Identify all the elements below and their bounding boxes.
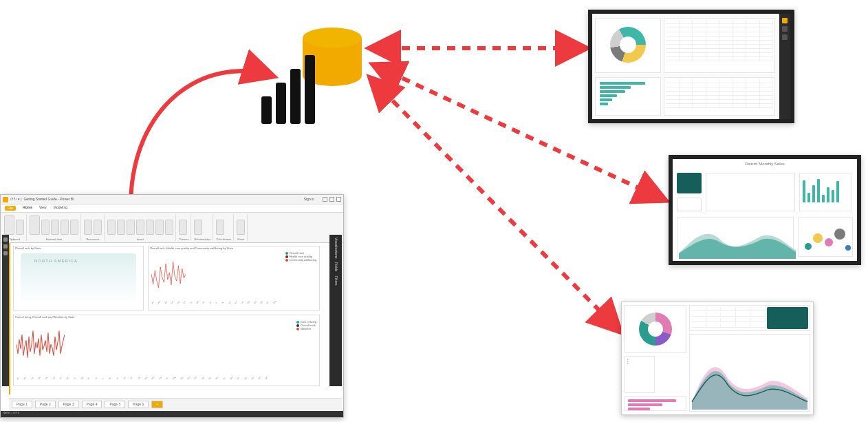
page-tab[interactable]: Page 5 <box>105 401 125 408</box>
report-dashboard-2: District Monthly Sales <box>669 155 861 265</box>
page-tabs: Page 1 Page 2 Page 3 Page 4 Page 5 Page … <box>9 398 342 410</box>
svg-point-4 <box>813 233 823 243</box>
report-title: District Monthly Sales <box>673 162 857 166</box>
ribbon: Clipboard External data Resources Insert… <box>1 213 343 243</box>
page-tab[interactable]: Page 6 <box>128 401 149 408</box>
svg-point-7 <box>845 245 851 251</box>
app-icon <box>3 197 8 202</box>
maximize-button[interactable] <box>329 197 334 202</box>
statusbar: PAGE 1 OF 6 <box>1 411 343 417</box>
map-visual[interactable]: Overall rank by State NORTH AMERICA <box>13 246 144 310</box>
report-dashboard-3: ▾▾▾ <box>621 302 814 415</box>
tab-view[interactable]: View <box>39 206 47 211</box>
page-tab[interactable]: Page 3 <box>58 401 79 408</box>
right-pane-rail[interactable]: Visualizations Fields Filters <box>329 235 342 386</box>
desktop-app-thumbnail: ↺ ↻ ▾ | Getting Started Guide - Power BI… <box>0 194 344 418</box>
tab-home[interactable]: Home <box>23 206 32 211</box>
window-title: Getting Started Guide - Power BI <box>23 198 74 201</box>
left-view-rail[interactable] <box>2 235 9 386</box>
area-chart-icon <box>679 219 796 259</box>
donut-chart-icon <box>610 27 646 63</box>
report-dashboard-1 <box>588 10 794 123</box>
svg-line-2 <box>371 79 619 330</box>
tab-file[interactable]: File <box>5 206 16 211</box>
legend: Overall rank Health care quality Communi… <box>285 252 316 262</box>
donut-chart-icon <box>639 313 672 346</box>
report-canvas[interactable]: Overall rank by State NORTH AMERICA Over… <box>9 243 329 394</box>
svg-point-5 <box>825 238 833 246</box>
legend: Cost of living Overall rank Weather <box>296 321 316 331</box>
combo-chart-2[interactable]: Cost of living, Overall rank and Weather… <box>13 315 320 386</box>
close-button[interactable] <box>336 197 341 202</box>
page-tab[interactable]: Page 1 <box>12 401 32 408</box>
add-page-button[interactable]: + <box>151 401 163 408</box>
tab-modeling[interactable]: Modeling <box>54 206 67 211</box>
page-tab[interactable]: Page 2 <box>35 401 56 408</box>
area-chart-icon <box>691 336 808 410</box>
page-tab[interactable]: Page 4 <box>82 401 102 408</box>
minimize-button[interactable] <box>323 197 327 202</box>
bubble-chart-icon <box>800 219 855 259</box>
power-bi-dataset-icon <box>261 28 371 124</box>
svg-point-6 <box>834 229 845 240</box>
ribbon-tabs: File Home View Modeling <box>1 204 343 213</box>
combo-chart-1[interactable]: Overall rank, Health care quality and Co… <box>148 246 320 310</box>
signin-link[interactable]: Sign in <box>304 198 314 201</box>
window-titlebar: ↺ ↻ ▾ | Getting Started Guide - Power BI… <box>1 195 343 204</box>
svg-point-3 <box>805 243 812 250</box>
power-bi-bars-icon <box>261 55 315 124</box>
